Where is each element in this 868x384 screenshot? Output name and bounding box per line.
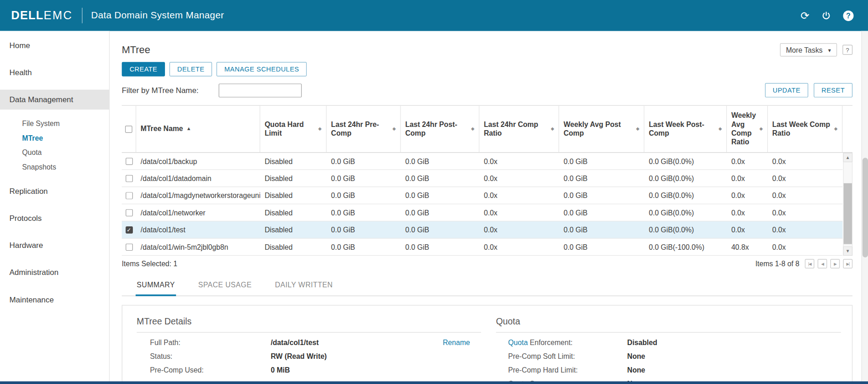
cell-last24-post-comp: 0.0 GiB (401, 208, 480, 217)
delete-button[interactable]: DELETE (170, 62, 212, 76)
column-header-quota-hard-limit[interactable]: Quota Hard Limit ◆ (260, 106, 327, 152)
first-page-icon[interactable]: |◀ (805, 259, 814, 269)
mtree-table: MTree Name ▲ Quota Hard Limit ◆ Last 24h… (122, 105, 852, 269)
sidebar-item-home[interactable]: Home (0, 35, 109, 55)
cell-quota-hard-limit: Disabled (260, 225, 327, 234)
tab-daily-written[interactable]: DAILY WRITTEN (274, 276, 334, 296)
filter-mtree-name-input[interactable] (219, 83, 302, 97)
page-scrollbar-thumb[interactable] (863, 158, 868, 257)
sidebar-item-replication[interactable]: Replication (0, 181, 109, 201)
table-row[interactable]: /data/col1/backup Disabled 0.0 GiB 0.0 G… (122, 153, 843, 170)
table-scrollbar-track[interactable] (843, 162, 853, 247)
table-scrollbar: ▲ ▼ (843, 153, 853, 256)
quota-enforcement-value: Disabled (627, 338, 657, 346)
column-header-last-week-comp-ratio[interactable]: Last Week Comp Ratio ◆ (768, 106, 842, 152)
header-actions: ⟳ ? (801, 10, 854, 21)
column-label: Weekly Avg Comp Ratio (731, 111, 756, 147)
refresh-icon[interactable]: ⟳ (801, 10, 809, 21)
column-header-mtree-name[interactable]: MTree Name ▲ (136, 106, 260, 152)
cell-last-week-post-comp: 0.0 GiB(0.0%) (644, 208, 727, 217)
more-tasks-dropdown[interactable]: More Tasks ▾ (780, 43, 837, 56)
sidebar-item-protocols[interactable]: Protocols (0, 208, 109, 228)
sidebar-item-mtree[interactable]: MTree (0, 131, 109, 145)
scroll-down-icon[interactable]: ▼ (843, 247, 853, 256)
row-checkbox[interactable] (126, 243, 133, 251)
column-header-last24-pre-comp[interactable]: Last 24hr Pre-Comp ◆ (327, 106, 401, 152)
row-checkbox[interactable] (126, 175, 133, 182)
column-header-last24-comp-ratio[interactable]: Last 24hr Comp Ratio ◆ (479, 106, 559, 152)
sidebar-item-health[interactable]: Health (0, 62, 109, 82)
cell-last-week-post-comp: 0.0 GiB(0.0%) (644, 191, 727, 199)
sidebar-item-data-management[interactable]: Data Management (0, 90, 109, 110)
rename-link[interactable]: Rename (443, 338, 470, 346)
row-checkbox[interactable] (126, 192, 133, 199)
cell-last24-pre-comp: 0.0 GiB (327, 225, 401, 234)
row-checkbox[interactable] (126, 158, 133, 165)
page-scrollbar[interactable] (861, 31, 868, 382)
table-row-selected[interactable]: ✓ /data/col1/test Disabled 0.0 GiB 0.0 G… (122, 221, 843, 238)
table-body: /data/col1/backup Disabled 0.0 GiB 0.0 G… (122, 153, 852, 256)
row-checkbox[interactable] (126, 209, 133, 216)
power-icon[interactable] (822, 11, 831, 21)
cell-last-week-comp-ratio: 0.0x (768, 157, 842, 165)
next-page-icon[interactable]: ▶ (830, 259, 840, 269)
last-page-icon[interactable]: ▶| (843, 259, 853, 269)
help-icon[interactable]: ? (843, 10, 854, 21)
enforcement-label-text: Enforcement: (530, 338, 572, 346)
summary-panel: MTree Details Full Path: /data/col1/test… (122, 305, 852, 384)
cell-last24-pre-comp: 0.0 GiB (327, 191, 401, 199)
table-row[interactable]: /data/col1/magdynetworkerstorageunit1 Di… (122, 187, 843, 204)
table-row[interactable]: /data/col1/networker Disabled 0.0 GiB 0.… (122, 204, 843, 221)
select-all-checkbox[interactable] (125, 126, 132, 133)
row-checkbox-checked[interactable]: ✓ (126, 226, 133, 233)
page-help-button[interactable]: ? (842, 45, 852, 55)
cell-last24-post-comp: 0.0 GiB (401, 174, 480, 182)
sort-icon: ◆ (551, 126, 554, 132)
sidebar-item-file-system[interactable]: File System (0, 117, 109, 131)
column-header-last-week-post-comp[interactable]: Last Week Post-Comp ◆ (644, 106, 727, 152)
footer-bar (0, 381, 868, 384)
create-button[interactable]: CREATE (122, 62, 165, 76)
reset-button[interactable]: RESET (814, 83, 853, 97)
column-header-weekly-avg-post-comp[interactable]: Weekly Avg Post Comp ◆ (559, 106, 644, 152)
app-title: Data Domain System Manager (91, 10, 224, 21)
cell-last24-comp-ratio: 0.0x (479, 174, 559, 182)
dell-emc-logo: DELL EMC (11, 9, 73, 22)
sidebar-item-maintenance[interactable]: Maintenance (0, 290, 109, 309)
cell-quota-hard-limit: Disabled (260, 191, 327, 199)
cell-last24-comp-ratio: 0.0x (479, 243, 559, 251)
cell-weekly-avg-post-comp: 0.0 GiB (559, 191, 644, 199)
manage-schedules-button[interactable]: MANAGE SCHEDULES (217, 62, 307, 76)
scroll-up-icon[interactable]: ▲ (843, 153, 853, 162)
cell-last-week-post-comp: 0.0 GiB(0.0%) (644, 225, 727, 234)
cell-last24-pre-comp: 0.0 GiB (327, 157, 401, 165)
table-row[interactable]: /data/col1/datadomain Disabled 0.0 GiB 0… (122, 170, 843, 187)
sort-icon: ◆ (636, 126, 639, 132)
header-divider (82, 8, 82, 23)
sidebar-item-snapshots[interactable]: Snapshots (0, 160, 109, 174)
sidebar-item-administration[interactable]: Administration (0, 263, 109, 282)
sidebar-item-hardware[interactable]: Hardware (0, 235, 109, 255)
sidebar-item-quota[interactable]: Quota (0, 146, 109, 160)
column-label: Weekly Avg Post Comp (564, 120, 633, 138)
column-header-weekly-avg-comp-ratio[interactable]: Weekly Avg Comp Ratio ◆ (727, 106, 768, 152)
table-row[interactable]: /data/col1/win-5m2jbl0gb8n Disabled 0.0 … (122, 239, 843, 256)
cell-weekly-avg-post-comp: 0.0 GiB (559, 208, 644, 217)
update-button[interactable]: UPDATE (765, 83, 808, 97)
prev-page-icon[interactable]: ◀ (818, 259, 827, 269)
table-scrollbar-thumb[interactable] (844, 183, 852, 244)
tab-space-usage[interactable]: SPACE USAGE (197, 276, 253, 296)
cell-mtree-name: /data/col1/networker (136, 208, 260, 217)
hard-limit-value: None (627, 366, 645, 374)
mtree-details-section: MTree Details Full Path: /data/col1/test… (137, 317, 481, 384)
brand-emc: EMC (44, 9, 73, 22)
cell-weekly-avg-post-comp: 0.0 GiB (559, 157, 644, 165)
tab-summary[interactable]: SUMMARY (136, 276, 176, 296)
sort-icon: ◆ (318, 126, 321, 132)
pre-comp-used-label: Pre-Comp Used: (150, 366, 270, 374)
quota-link[interactable]: Quota (508, 338, 528, 346)
mtree-details-title: MTree Details (137, 317, 481, 333)
app-window: DELL EMC Data Domain System Manager ⟳ ? … (0, 0, 868, 384)
pagination: Items 1-8 of 8 |◀ ◀ ▶ ▶| (755, 259, 852, 269)
column-header-last24-post-comp[interactable]: Last 24hr Post-Comp ◆ (401, 106, 480, 152)
